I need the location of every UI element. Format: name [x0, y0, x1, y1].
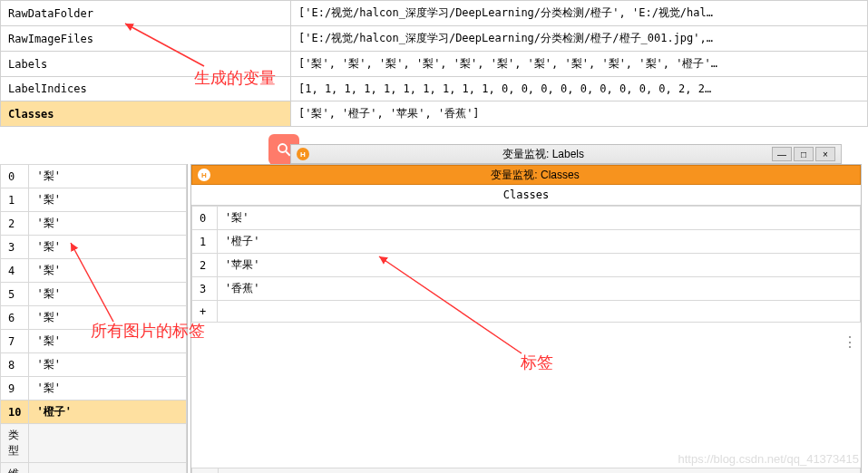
row-value: '梨' — [29, 236, 187, 259]
table-row[interactable]: 9'梨' — [1, 377, 187, 401]
meta-dim-label: 维度 — [1, 463, 29, 474]
table-row[interactable]: 1'橙子' — [192, 230, 861, 254]
close-button[interactable]: × — [815, 147, 835, 161]
variable-row[interactable]: LabelIndices[1, 1, 1, 1, 1, 1, 1, 1, 1, … — [1, 77, 868, 101]
maximize-button[interactable]: □ — [794, 147, 814, 161]
row-value: '香蕉' — [218, 277, 861, 301]
row-value: '梨' — [29, 377, 187, 401]
table-row[interactable]: 6'梨' — [1, 306, 187, 330]
labels-window-title: 变量监视: Labels — [315, 147, 772, 162]
row-value: '梨' — [29, 330, 187, 353]
variable-row[interactable]: Labels['梨', '梨', '梨', '梨', '梨', '梨', '梨'… — [1, 52, 868, 77]
row-value: '梨' — [29, 259, 187, 283]
row-value: '橙子' — [218, 230, 861, 254]
meta-type-label: 类型 — [192, 468, 219, 474]
classes-window-titlebar[interactable]: H 变量监视: Classes — [191, 165, 861, 185]
variables-table: RawDataFolder['E:/视觉/halcon_深度学习/DeepLea… — [0, 0, 868, 127]
row-value: '梨' — [29, 353, 187, 377]
row-index: 4 — [1, 259, 29, 283]
app-icon: H — [297, 148, 309, 160]
variable-value: ['E:/视觉/halcon_深度学习/DeepLearning/分类检测/橙子… — [291, 1, 868, 26]
table-row[interactable]: 0'梨' — [192, 207, 861, 230]
row-value: '梨' — [29, 306, 187, 330]
table-row[interactable]: 3'香蕉' — [192, 277, 861, 301]
classes-window-title: 变量监视: Classes — [216, 168, 854, 183]
row-index: 0 — [192, 207, 218, 230]
table-row[interactable]: 2'苹果' — [192, 254, 861, 277]
row-value: '苹果' — [218, 254, 861, 277]
variable-name: Labels — [1, 52, 291, 77]
variable-value: ['梨', '梨', '梨', '梨', '梨', '梨', '梨', '梨',… — [291, 52, 868, 77]
svg-point-0 — [278, 144, 287, 152]
table-row[interactable]: 4'梨' — [1, 259, 187, 283]
row-index: 2 — [192, 254, 218, 277]
variable-row[interactable]: RawDataFolder['E:/视觉/halcon_深度学习/DeepLea… — [1, 1, 868, 26]
row-index: 0 — [1, 165, 29, 188]
app-icon: H — [198, 169, 210, 181]
minimize-button[interactable]: — — [772, 147, 792, 161]
row-value: '梨' — [218, 207, 861, 230]
variable-value: [1, 1, 1, 1, 1, 1, 1, 1, 1, 1, 0, 0, 0, … — [291, 77, 868, 101]
row-value: '梨' — [29, 212, 187, 236]
table-row[interactable]: 5'梨' — [1, 283, 187, 306]
labels-data-table: 0'梨'1'梨'2'梨'3'梨'4'梨'5'梨'6'梨'7'梨'8'梨'9'梨'… — [0, 164, 187, 473]
table-row[interactable]: 0'梨' — [1, 165, 187, 188]
labels-window-titlebar[interactable]: H 变量监视: Labels — □ × — [290, 144, 842, 164]
add-row-plus[interactable]: + — [192, 301, 218, 323]
table-row[interactable]: 3'梨' — [1, 236, 187, 259]
row-index: 1 — [1, 188, 29, 212]
table-row[interactable]: 10'橙子' — [1, 401, 187, 424]
variable-row[interactable]: RawImageFiles['E:/视觉/halcon_深度学习/DeepLea… — [1, 26, 868, 52]
variable-name: LabelIndices — [1, 77, 291, 101]
row-value: '梨' — [29, 283, 187, 306]
row-index: 3 — [192, 277, 218, 301]
row-index: 10 — [1, 401, 29, 424]
row-index: 1 — [192, 230, 218, 254]
table-row[interactable]: 2'梨' — [1, 212, 187, 236]
variable-name: RawDataFolder — [1, 1, 291, 26]
variable-row[interactable]: Classes['梨', '橙子', '苹果', '香蕉'] — [1, 101, 868, 127]
row-index: 8 — [1, 353, 29, 377]
classes-data-table: 0'梨'1'橙子'2'苹果'3'香蕉' + — [191, 206, 861, 323]
row-value: '梨' — [29, 165, 187, 188]
classes-window: H 变量监视: Classes Classes 0'梨'1'橙子'2'苹果'3'… — [190, 164, 862, 473]
variable-name: Classes — [1, 101, 291, 127]
row-index: 7 — [1, 330, 29, 353]
row-index: 3 — [1, 236, 29, 259]
watermark: https://blog.csdn.net/qq_41373415 — [678, 452, 860, 466]
labels-data-panel: 0'梨'1'梨'2'梨'3'梨'4'梨'5'梨'6'梨'7'梨'8'梨'9'梨'… — [0, 164, 188, 473]
table-row[interactable]: 7'梨' — [1, 330, 187, 353]
more-indicator-icon: ⋮ — [843, 333, 855, 351]
table-row[interactable]: 1'梨' — [1, 188, 187, 212]
row-value: '梨' — [29, 188, 187, 212]
row-index: 9 — [1, 377, 29, 401]
row-index: 5 — [1, 283, 29, 306]
row-value: '橙子' — [29, 401, 187, 424]
row-index: 6 — [1, 306, 29, 330]
variable-value: ['E:/视觉/halcon_深度学习/DeepLearning/分类检测/橙子… — [291, 26, 868, 52]
variable-value: ['梨', '橙子', '苹果', '香蕉'] — [291, 101, 868, 127]
row-index: 2 — [1, 212, 29, 236]
variable-name: RawImageFiles — [1, 26, 291, 52]
table-row[interactable]: 8'梨' — [1, 353, 187, 377]
meta-type-label: 类型 — [1, 424, 29, 463]
classes-column-header: Classes — [191, 185, 861, 206]
